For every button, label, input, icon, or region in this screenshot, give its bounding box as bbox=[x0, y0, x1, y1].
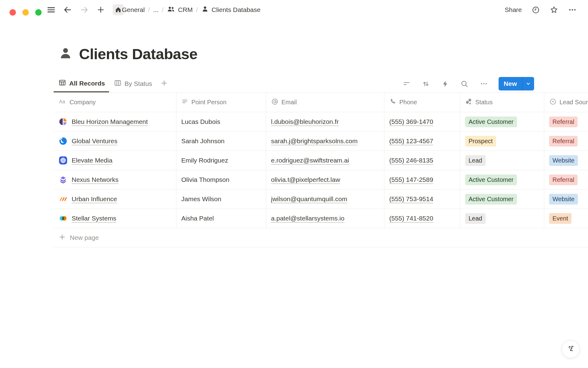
email-value[interactable]: l.dubois@bleuhorizon.fr bbox=[271, 118, 339, 125]
cell-status[interactable]: Active Customer bbox=[460, 112, 544, 132]
cell-point-person[interactable]: James Wilson bbox=[176, 190, 266, 209]
cell-point-person[interactable]: Emily Rodriguez bbox=[176, 151, 266, 170]
cell-phone[interactable]: (555) 147-2589 bbox=[384, 170, 460, 190]
breadcrumb-root[interactable]: General bbox=[122, 6, 145, 13]
phone-value[interactable]: (555) 123-4567 bbox=[389, 137, 433, 145]
phone-value[interactable]: (555) 246-8135 bbox=[389, 157, 433, 164]
tab-all-records[interactable]: All Records bbox=[54, 75, 109, 92]
add-view-button[interactable] bbox=[156, 75, 172, 92]
share-button[interactable]: Share bbox=[505, 6, 522, 13]
company-link[interactable]: Nexus Networks bbox=[72, 176, 119, 183]
cell-point-person[interactable]: Lucas Dubois bbox=[176, 112, 266, 132]
email-value[interactable]: jwilson@quantumquill.com bbox=[271, 195, 347, 203]
email-value[interactable]: a.patel@stellarsystems.io bbox=[271, 215, 345, 222]
new-page-row[interactable]: New page bbox=[54, 228, 588, 247]
phone-value[interactable]: (555) 369-1470 bbox=[389, 118, 433, 125]
column-header-company[interactable]: Aa Company bbox=[54, 93, 176, 112]
breadcrumb-workspace[interactable]: CRM bbox=[167, 5, 193, 15]
breadcrumb-page[interactable]: Clients Database bbox=[201, 5, 261, 14]
company-link[interactable]: Global Ventures bbox=[72, 137, 117, 145]
star-icon[interactable] bbox=[549, 5, 559, 14]
email-value[interactable]: sarah.j@brightsparksolns.com bbox=[271, 137, 358, 145]
cell-lead-source[interactable]: Event bbox=[544, 209, 588, 228]
cell-lead-source[interactable]: Referral bbox=[544, 112, 588, 132]
back-icon[interactable] bbox=[63, 5, 72, 14]
column-header-status[interactable]: Status bbox=[460, 93, 544, 112]
cell-phone[interactable]: (555) 369-1470 bbox=[384, 112, 460, 132]
breadcrumb: General / ... / CRM / Clients Database bbox=[122, 0, 261, 20]
sort-icon[interactable] bbox=[421, 79, 431, 88]
column-header-lead-source[interactable]: Lead Source bbox=[544, 93, 588, 112]
company-link[interactable]: Urban Influence bbox=[72, 195, 117, 203]
cell-email[interactable]: e.rodriguez@swiftstream.ai bbox=[266, 151, 384, 170]
cell-status[interactable]: Lead bbox=[460, 209, 544, 228]
view-options-icon[interactable] bbox=[479, 79, 488, 88]
phone-value[interactable]: (555) 741-8520 bbox=[389, 215, 433, 222]
sidebar-menu-icon[interactable] bbox=[47, 5, 56, 14]
close-window-button[interactable] bbox=[9, 9, 16, 16]
cell-status[interactable]: Active Customer bbox=[460, 190, 544, 209]
point-person-value: Aisha Patel bbox=[181, 215, 214, 222]
cell-point-person[interactable]: Olivia Thompson bbox=[176, 170, 266, 190]
cell-email[interactable]: a.patel@stellarsystems.io bbox=[266, 209, 384, 228]
zoom-window-button[interactable] bbox=[35, 9, 42, 16]
cell-lead-source[interactable]: Website bbox=[544, 151, 588, 170]
phone-value[interactable]: (555) 147-2589 bbox=[389, 176, 433, 183]
cell-status[interactable]: Lead bbox=[460, 151, 544, 170]
help-button[interactable] bbox=[562, 340, 580, 358]
column-header-phone[interactable]: Phone bbox=[384, 93, 460, 112]
status-badge: Referral bbox=[549, 117, 578, 127]
text-aa-icon: Aa bbox=[58, 98, 67, 107]
cell-lead-source[interactable]: Referral bbox=[544, 132, 588, 151]
cell-status[interactable]: Active Customer bbox=[460, 170, 544, 190]
cell-point-person[interactable]: Aisha Patel bbox=[176, 209, 266, 228]
cell-lead-source[interactable]: Website bbox=[544, 190, 588, 209]
new-record-button[interactable]: New bbox=[499, 77, 534, 90]
column-header-point-person[interactable]: Point Person bbox=[176, 93, 266, 112]
cell-point-person[interactable]: Sarah Johnson bbox=[176, 132, 266, 151]
company-link[interactable]: Stellar Systems bbox=[72, 215, 116, 222]
page-title[interactable]: Clients Database bbox=[79, 45, 198, 63]
phone-value[interactable]: (555) 753-9514 bbox=[389, 195, 433, 203]
cell-email[interactable]: jwilson@quantumquill.com bbox=[266, 190, 384, 209]
cell-email[interactable]: olivia.t@pixelperfect.law bbox=[266, 170, 384, 190]
cell-email[interactable]: l.dubois@bleuhorizon.fr bbox=[266, 112, 384, 132]
company-link[interactable]: Elevate Media bbox=[72, 157, 112, 164]
cell-phone[interactable]: (555) 741-8520 bbox=[384, 209, 460, 228]
plus-icon bbox=[160, 79, 168, 88]
cell-company[interactable]: Urban Influence bbox=[54, 190, 176, 209]
blue-swirl-logo bbox=[58, 136, 68, 146]
clock-icon[interactable] bbox=[531, 5, 540, 14]
filter-icon[interactable] bbox=[402, 79, 411, 88]
email-value[interactable]: e.rodriguez@swiftstream.ai bbox=[271, 157, 349, 164]
cell-company[interactable]: Global Ventures bbox=[54, 132, 176, 151]
cell-company[interactable]: Nexus Networks bbox=[54, 170, 176, 190]
cell-company[interactable]: Stellar Systems bbox=[54, 209, 176, 228]
page-icon-person[interactable] bbox=[58, 46, 73, 62]
company-link[interactable]: Bleu Horizon Management bbox=[72, 118, 148, 125]
cell-phone[interactable]: (555) 753-9514 bbox=[384, 190, 460, 209]
home-icon bbox=[114, 5, 123, 14]
more-options-icon[interactable] bbox=[568, 5, 577, 14]
minimize-window-button[interactable] bbox=[22, 9, 29, 16]
tab-by-status[interactable]: By Status bbox=[109, 75, 156, 92]
breadcrumb-ellipsis[interactable]: ... bbox=[153, 6, 159, 13]
new-tab-icon[interactable] bbox=[96, 5, 105, 14]
cell-lead-source[interactable]: Referral bbox=[544, 170, 588, 190]
column-label: Phone bbox=[399, 99, 417, 106]
column-header-email[interactable]: Email bbox=[266, 93, 384, 112]
chevron-down-icon[interactable] bbox=[522, 77, 534, 90]
cell-email[interactable]: sarah.j@brightsparksolns.com bbox=[266, 132, 384, 151]
automation-bolt-icon[interactable] bbox=[441, 79, 450, 88]
cell-company[interactable]: Bleu Horizon Management bbox=[54, 112, 176, 132]
email-value[interactable]: olivia.t@pixelperfect.law bbox=[271, 176, 340, 183]
new-button-label[interactable]: New bbox=[499, 77, 522, 90]
cell-phone[interactable]: (555) 246-8135 bbox=[384, 151, 460, 170]
cell-company[interactable]: Elevate Media bbox=[54, 151, 176, 170]
column-label: Email bbox=[281, 99, 297, 106]
cell-status[interactable]: Prospect bbox=[460, 132, 544, 151]
search-icon[interactable] bbox=[460, 79, 469, 88]
window-titlebar: General / ... / CRM / Clients Database S… bbox=[0, 0, 588, 20]
cell-phone[interactable]: (555) 123-4567 bbox=[384, 132, 460, 151]
point-person-value: Sarah Johnson bbox=[181, 137, 224, 145]
